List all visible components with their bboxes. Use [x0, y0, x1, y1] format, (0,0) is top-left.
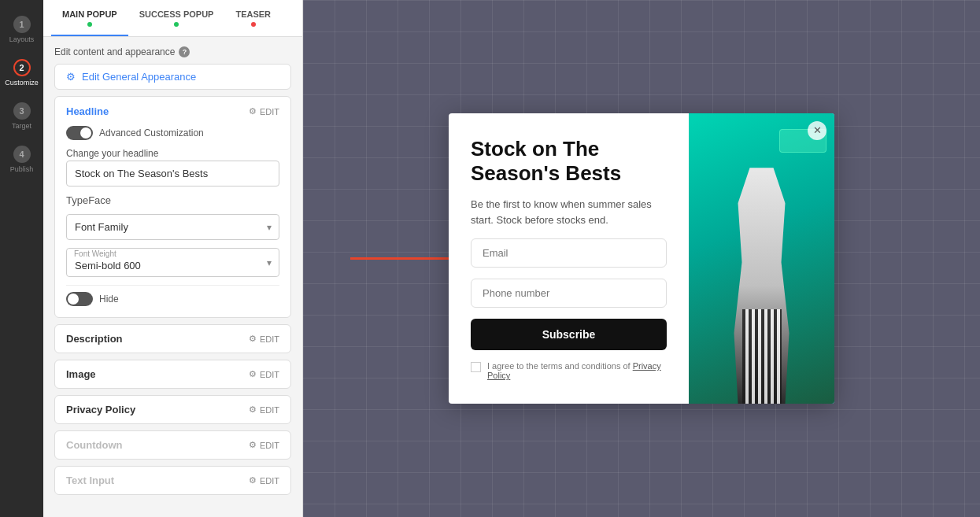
- popup-tabs: MAIN POPUP SUCCESS POPUP TEASER: [43, 0, 302, 37]
- privacy-policy-edit-button[interactable]: ⚙ EDIT: [249, 404, 279, 415]
- hide-label: Hide: [99, 294, 119, 305]
- advanced-customization-row: Advanced Customization: [66, 126, 279, 140]
- image-header: Image ⚙ EDIT: [55, 360, 290, 388]
- countdown-section: Countdown ⚙ EDIT: [54, 430, 291, 460]
- text-input-section: Text Input ⚙ EDIT: [54, 466, 291, 495]
- privacy-policy-header: Privacy Policy ⚙ EDIT: [55, 396, 290, 423]
- popup-left: Stock on The Season's Bests Be the first…: [449, 113, 689, 404]
- font-family-select[interactable]: Font Family: [66, 214, 279, 240]
- hide-row: Hide: [66, 285, 279, 306]
- sidebar-nav: 1 Layouts 2 Customize 3 Target 4 Publish: [0, 0, 43, 517]
- popup-email-input[interactable]: [471, 238, 667, 268]
- sidebar-item-publish[interactable]: 4 Publish: [0, 138, 43, 181]
- arrow-line: [350, 257, 460, 260]
- nav-number-2: 2: [13, 59, 31, 76]
- image-title: Image: [66, 368, 96, 380]
- countdown-header: Countdown ⚙ EDIT: [55, 431, 290, 459]
- popup: Stock on The Season's Bests Be the first…: [449, 113, 834, 404]
- striped-pants: [742, 309, 782, 404]
- privacy-policy-title: Privacy Policy: [66, 404, 135, 415]
- main-canvas: Stock on The Season's Bests Be the first…: [303, 0, 980, 517]
- description-title: Description: [66, 333, 123, 345]
- image-gear-icon: ⚙: [249, 369, 257, 379]
- privacy-checkbox[interactable]: [471, 362, 481, 372]
- advanced-customization-toggle[interactable]: [66, 126, 93, 140]
- nav-number-4: 4: [13, 146, 31, 163]
- font-weight-select-wrap: Font Weight Semi-bold 600 ▾: [66, 248, 279, 277]
- headline-input[interactable]: [66, 161, 279, 186]
- hide-toggle[interactable]: [66, 292, 93, 306]
- countdown-edit-button[interactable]: ⚙ EDIT: [249, 440, 279, 450]
- nav-label-3: Target: [12, 122, 31, 130]
- tab-success-popup[interactable]: SUCCESS POPUP: [128, 0, 225, 36]
- popup-right: ✕: [689, 113, 834, 404]
- text-input-header: Text Input ⚙ EDIT: [55, 467, 290, 494]
- typeface-section: TypeFace: [66, 194, 279, 206]
- countdown-title: Countdown: [66, 439, 122, 451]
- edit-general-appearance-button[interactable]: ⚙ Edit General Appearance: [54, 64, 291, 90]
- headline-title: Headline: [66, 105, 109, 117]
- countdown-gear-icon: ⚙: [249, 440, 257, 450]
- popup-privacy-row: I agree to the terms and conditions of P…: [471, 361, 667, 380]
- tab-teaser[interactable]: TEASER: [224, 0, 282, 36]
- advanced-customization-label: Advanced Customization: [99, 127, 204, 138]
- sidebar-item-customize[interactable]: 2 Customize: [0, 51, 43, 94]
- text-input-gear-icon: ⚙: [249, 475, 257, 486]
- tab-dot-main: [87, 22, 92, 27]
- edit-hint: Edit content and appearance ?: [54, 46, 291, 57]
- tab-main-popup[interactable]: MAIN POPUP: [51, 0, 128, 36]
- font-family-select-wrap: Font Family ▾: [66, 214, 279, 240]
- text-input-edit-button[interactable]: ⚙ EDIT: [249, 475, 279, 486]
- subscribe-button[interactable]: Subscribe: [471, 319, 667, 350]
- gear-icon: ⚙: [66, 71, 76, 83]
- nav-label-4: Publish: [10, 165, 34, 173]
- close-popup-button[interactable]: ✕: [808, 121, 827, 140]
- change-headline-field: Change your headline: [66, 148, 279, 186]
- description-section: Description ⚙ EDIT: [54, 324, 291, 353]
- nav-label-2: Customize: [5, 79, 39, 87]
- headline-section-header: Headline ⚙ EDIT: [55, 97, 290, 126]
- image-edit-button[interactable]: ⚙ EDIT: [249, 369, 279, 379]
- sidebar-item-target[interactable]: 3 Target: [0, 94, 43, 138]
- close-icon: ✕: [813, 124, 822, 136]
- text-input-title: Text Input: [66, 475, 114, 486]
- description-header: Description ⚙ EDIT: [55, 325, 290, 353]
- headline-expanded: Advanced Customization Change your headl…: [55, 126, 290, 317]
- headline-edit-button[interactable]: ⚙ EDIT: [249, 106, 279, 116]
- change-headline-label: Change your headline: [66, 148, 279, 159]
- question-icon: ?: [179, 46, 190, 57]
- nav-label-1: Layouts: [9, 35, 35, 43]
- description-edit-button[interactable]: ⚙ EDIT: [249, 334, 279, 344]
- headline-section: Headline ⚙ EDIT Advanced Customization C…: [54, 96, 291, 318]
- tab-dot-success: [174, 22, 179, 27]
- typeface-label: TypeFace: [66, 194, 279, 206]
- edit-gear-icon: ⚙: [249, 106, 257, 116]
- tab-dot-teaser: [251, 22, 256, 27]
- sidebar-item-layouts[interactable]: 1 Layouts: [0, 8, 43, 51]
- popup-phone-input[interactable]: [471, 279, 667, 308]
- privacy-gear-icon: ⚙: [249, 404, 257, 415]
- privacy-text: I agree to the terms and conditions of P…: [487, 361, 667, 380]
- nav-number-1: 1: [13, 16, 31, 33]
- panel-content: Edit content and appearance ? ⚙ Edit Gen…: [43, 37, 302, 517]
- nav-number-3: 3: [13, 102, 31, 120]
- font-weight-sub-label: Font Weight: [74, 249, 116, 258]
- description-gear-icon: ⚙: [249, 334, 257, 344]
- image-section: Image ⚙ EDIT: [54, 360, 291, 389]
- popup-subtext: Be the first to know when summer sales s…: [471, 197, 667, 227]
- privacy-policy-section: Privacy Policy ⚙ EDIT: [54, 395, 291, 424]
- popup-headline: Stock on The Season's Bests: [471, 137, 667, 186]
- customize-panel: MAIN POPUP SUCCESS POPUP TEASER Edit con…: [43, 0, 303, 517]
